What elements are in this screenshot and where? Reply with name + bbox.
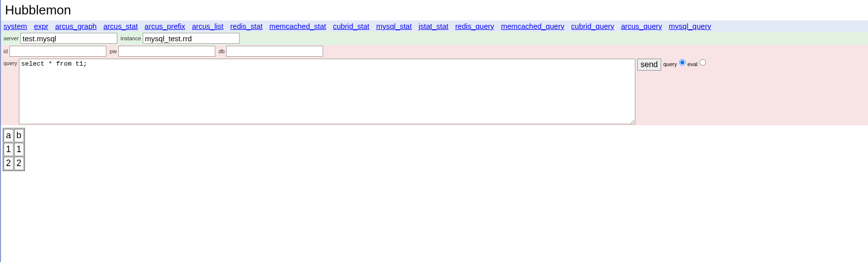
result-table: a b 1 1 2 2 bbox=[2, 128, 25, 171]
table-row: 1 1 bbox=[3, 143, 24, 156]
instance-label: instance bbox=[121, 35, 141, 41]
send-button[interactable]: send bbox=[637, 59, 662, 71]
radio-query[interactable] bbox=[679, 59, 686, 66]
table-header-row: a b bbox=[3, 129, 24, 142]
row-credentials: id pw db bbox=[1, 45, 868, 58]
radio-eval-label: eval bbox=[688, 61, 697, 67]
nav-link-arcus-list[interactable]: arcus_list bbox=[192, 22, 223, 30]
nav-link-jstat-stat[interactable]: jstat_stat bbox=[419, 22, 448, 30]
nav-link-arcus-query[interactable]: arcus_query bbox=[621, 22, 662, 30]
server-label: server bbox=[3, 35, 19, 41]
radio-group: query eval bbox=[663, 61, 708, 67]
nav-link-cubrid-stat[interactable]: cubrid_stat bbox=[333, 22, 369, 30]
header: Hubblemon bbox=[1, 0, 868, 20]
table-cell: 1 bbox=[3, 143, 13, 156]
nav-link-mysql-query[interactable]: mysql_query bbox=[669, 22, 711, 30]
nav-link-arcus-graph[interactable]: arcus_graph bbox=[55, 22, 96, 30]
table-row: 2 2 bbox=[3, 157, 24, 170]
radio-eval[interactable] bbox=[699, 59, 706, 66]
nav-link-memcached-stat[interactable]: memcached_stat bbox=[269, 22, 326, 30]
nav-link-redis-stat[interactable]: redis_stat bbox=[230, 22, 262, 30]
nav-link-system[interactable]: system bbox=[3, 22, 27, 30]
query-label: query bbox=[3, 60, 17, 66]
nav-link-arcus-stat[interactable]: arcus_stat bbox=[103, 22, 138, 30]
id-input[interactable] bbox=[9, 46, 106, 57]
nav-link-expr[interactable]: expr bbox=[34, 22, 48, 30]
nav-link-memcached-query[interactable]: memcached_query bbox=[501, 22, 565, 30]
nav-link-mysql-stat[interactable]: mysql_stat bbox=[376, 22, 412, 30]
db-label: db bbox=[219, 48, 225, 54]
row-query: query send query eval bbox=[1, 58, 868, 125]
page-title: Hubblemon bbox=[5, 2, 864, 18]
table-header-cell: a bbox=[3, 129, 13, 142]
radio-query-label: query bbox=[663, 61, 677, 67]
id-label: id bbox=[3, 48, 8, 54]
nav-bar: system expr arcus_graph arcus_stat arcus… bbox=[1, 20, 868, 32]
row-server-instance: server instance bbox=[1, 32, 868, 45]
nav-link-redis-query[interactable]: redis_query bbox=[455, 22, 494, 30]
db-input[interactable] bbox=[226, 46, 323, 57]
table-cell: 1 bbox=[14, 143, 24, 156]
pw-input[interactable] bbox=[118, 46, 215, 57]
nav-link-cubrid-query[interactable]: cubrid_query bbox=[571, 22, 614, 30]
table-header-cell: b bbox=[14, 129, 24, 142]
table-cell: 2 bbox=[3, 157, 13, 170]
instance-input[interactable] bbox=[143, 33, 240, 44]
table-cell: 2 bbox=[14, 157, 24, 170]
pw-label: pw bbox=[110, 48, 117, 54]
server-input[interactable] bbox=[20, 33, 117, 44]
query-textarea[interactable] bbox=[19, 59, 635, 124]
nav-link-arcus-prefix[interactable]: arcus_prefix bbox=[145, 22, 185, 30]
